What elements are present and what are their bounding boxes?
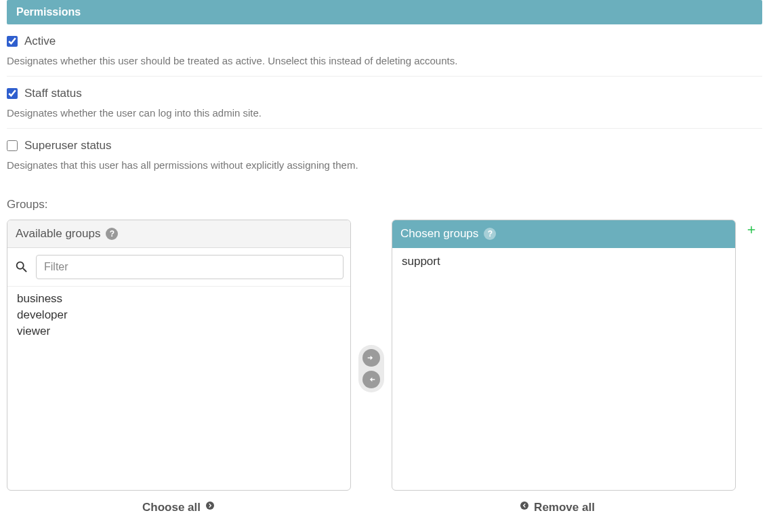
active-help-text: Designates whether this user should be t… bbox=[7, 55, 762, 66]
chosen-groups-header-label: Chosen groups bbox=[400, 227, 478, 241]
available-groups-list[interactable]: businessdeveloperviewer bbox=[7, 287, 350, 490]
chevron-right-icon bbox=[205, 500, 215, 514]
remove-all-label: Remove all bbox=[534, 501, 595, 514]
available-groups-header: Available groups ? bbox=[7, 220, 350, 248]
chevron-left-icon bbox=[519, 500, 530, 514]
permissions-list: Active Designates whether this user shou… bbox=[7, 24, 762, 180]
permission-row-superuser: Superuser status Designates that this us… bbox=[7, 129, 762, 180]
chosen-groups-list[interactable]: support bbox=[392, 248, 735, 490]
help-icon[interactable]: ? bbox=[106, 228, 118, 240]
remove-all-link[interactable]: Remove all bbox=[519, 500, 595, 514]
available-groups-header-label: Available groups bbox=[16, 227, 100, 241]
active-label: Active bbox=[24, 35, 56, 48]
staff-help-text: Designates whether the user can log into… bbox=[7, 107, 762, 119]
permission-row-staff: Staff status Designates whether the user… bbox=[7, 77, 762, 129]
search-icon bbox=[14, 260, 29, 274]
active-checkbox[interactable] bbox=[7, 36, 18, 47]
groups-filter-input[interactable] bbox=[36, 255, 344, 279]
groups-section-label: Groups: bbox=[7, 198, 762, 211]
help-icon[interactable]: ? bbox=[484, 228, 496, 240]
list-item[interactable]: viewer bbox=[7, 323, 350, 340]
available-groups-column: Available groups ? businessdeveloperview… bbox=[7, 220, 351, 491]
chosen-groups-column: Chosen groups ? support bbox=[392, 220, 736, 491]
superuser-help-text: Designates that this user has all permis… bbox=[7, 159, 762, 171]
svg-point-0 bbox=[206, 502, 214, 510]
selector-controls bbox=[358, 220, 385, 491]
chosen-groups-header: Chosen groups ? bbox=[392, 220, 735, 248]
svg-point-1 bbox=[520, 502, 528, 510]
staff-label: Staff status bbox=[24, 87, 82, 100]
list-item[interactable]: business bbox=[7, 291, 350, 307]
list-item[interactable]: developer bbox=[7, 307, 350, 323]
permission-row-active: Active Designates whether this user shou… bbox=[7, 24, 762, 77]
add-group-icon[interactable] bbox=[745, 224, 757, 239]
list-item[interactable]: support bbox=[392, 253, 735, 270]
permissions-panel-header: Permissions bbox=[7, 0, 762, 24]
superuser-checkbox[interactable] bbox=[7, 140, 18, 151]
choose-all-label: Choose all bbox=[142, 501, 201, 514]
move-left-button[interactable] bbox=[362, 371, 380, 388]
superuser-label: Superuser status bbox=[24, 139, 112, 152]
staff-checkbox[interactable] bbox=[7, 88, 18, 99]
groups-section: Groups: Available groups ? businessdev bbox=[7, 198, 762, 514]
move-right-button[interactable] bbox=[362, 349, 380, 367]
choose-all-link[interactable]: Choose all bbox=[142, 500, 215, 514]
